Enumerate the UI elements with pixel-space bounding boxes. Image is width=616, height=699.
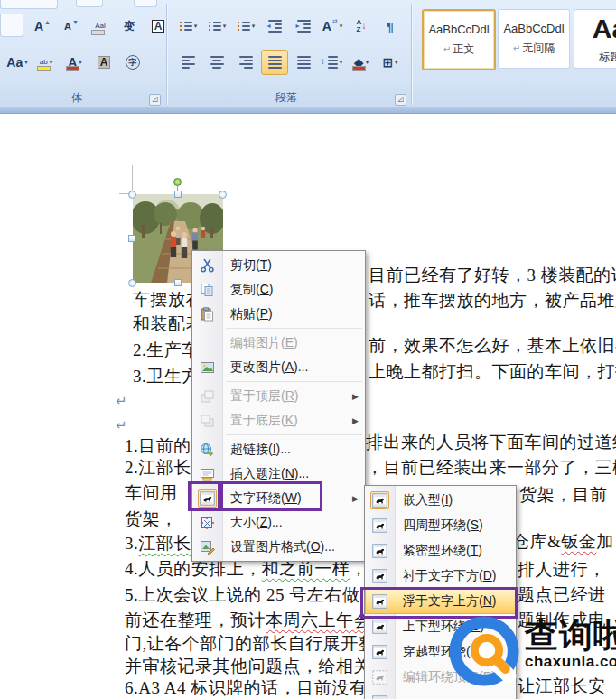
menu-item-wrap-behind-text[interactable]: 衬于文字下方(D) (365, 564, 516, 589)
dropdown-arrow-icon[interactable]: ▾ (340, 23, 343, 30)
menu-item-wrap-tight[interactable]: 紧密型环绕(T) (365, 538, 516, 564)
submenu-arrow-icon: ▶ (352, 494, 359, 503)
numbered-list-button[interactable]: ▾ (203, 14, 230, 39)
font-color-button[interactable]: A▾ (61, 50, 89, 75)
shading-color-swatch (352, 66, 366, 71)
align-right-button[interactable] (232, 50, 259, 75)
clear-formatting-button[interactable]: Aal (87, 14, 114, 39)
bullet-list-icon (179, 22, 192, 31)
sort-button[interactable]: AZ↓ (348, 14, 375, 39)
asian-layout-button[interactable]: A⇄▾ (319, 14, 346, 39)
distributed-button[interactable] (290, 50, 317, 75)
menu-item-label: 置于底层(K) (230, 413, 298, 429)
menu-item-wrap-inline[interactable]: 嵌入型(I) (365, 488, 516, 513)
increase-indent-button[interactable] (290, 14, 317, 39)
menu-item-bring-to-front[interactable]: 置于顶层(R)▶ (192, 384, 365, 408)
menu-separator (226, 434, 362, 435)
caption-icon (192, 465, 222, 483)
menu-item-change-picture[interactable]: 更改图片(A)... (192, 355, 365, 379)
group-separator (411, 4, 412, 105)
dropdown-arrow-icon[interactable]: ▾ (252, 23, 256, 30)
watermark: 查询啦 chaxunla.com (449, 616, 616, 690)
menu-item-size[interactable]: 大小(Z)... (192, 510, 365, 535)
style-no-spacing[interactable]: AaBbCcDdl↵无间隔 (498, 9, 570, 69)
dropdown-arrow-icon[interactable]: ▾ (79, 59, 82, 66)
borders-button[interactable]: ⊞▾ (377, 50, 404, 75)
menu-item-partial-item[interactable] (365, 690, 516, 699)
cut-off-control (76, 0, 103, 7)
font-dialog-launcher-icon[interactable]: ◿ (149, 94, 161, 106)
resize-handle-s[interactable] (174, 279, 182, 286)
style-normal[interactable]: AaBbCcDdl↵正文 (422, 9, 496, 70)
document-canvas[interactable]: ↵↵车摆放在和装配基2.生产车3.卫生方1.目前的2.江部长车间用货架，3.江部… (0, 114, 616, 699)
shading-button[interactable]: ◆▾ (348, 50, 375, 75)
dropdown-arrow-icon[interactable]: ▾ (223, 23, 227, 30)
resize-handle-sw[interactable] (128, 279, 136, 287)
menu-item-wrap-square[interactable]: 四周型环绕(S) (365, 513, 516, 538)
menu-item-edit-picture[interactable]: 编辑图片(E) (192, 331, 365, 355)
menu-item-wrap-in-front-of-text[interactable]: 浮于文字上方(N) (365, 589, 516, 614)
watermark-domain: chaxunla.com (525, 653, 616, 671)
character-shading-button[interactable]: A (90, 50, 117, 75)
menu-item-paste[interactable]: 粘贴(P) (192, 302, 365, 326)
menu-item-hyperlink[interactable]: 超链接(I)... (192, 437, 365, 461)
paragraph-mark-icon: ↵ (443, 44, 451, 54)
document-text-line: 排人进行， (518, 558, 606, 582)
wrap-icon (192, 489, 222, 508)
wrap-icon (365, 694, 395, 699)
resize-handle-w[interactable] (128, 235, 135, 242)
document-text-line: 排出来的人员将下面车间的过道线已 (366, 431, 616, 454)
resize-handle-nw[interactable] (128, 191, 136, 199)
format-icon (192, 538, 222, 556)
dropdown-arrow-icon[interactable]: ▾ (194, 23, 198, 30)
change-case-button[interactable]: Aa▾ (4, 50, 31, 75)
dropdown-arrow-icon[interactable]: ▾ (24, 59, 28, 66)
menu-item-label: 紧密型环绕(T) (403, 543, 482, 559)
multilevel-list-button[interactable]: ▾ (232, 14, 259, 39)
resize-handle-ne[interactable] (219, 191, 227, 199)
paste-icon (192, 305, 222, 323)
justify-button[interactable] (261, 50, 288, 75)
bullet-list-button[interactable]: ▾ (174, 14, 201, 39)
dropdown-arrow-icon[interactable]: ▾ (366, 59, 369, 66)
resize-handle-n[interactable] (174, 191, 182, 198)
decrease-indent-button[interactable] (261, 14, 288, 39)
enclose-characters-button[interactable]: 字 (119, 50, 146, 75)
decrease-indent-icon (268, 20, 282, 33)
show-formatting-marks-button[interactable]: ¶ (377, 14, 404, 39)
copy-icon (192, 281, 222, 299)
pinyin-guide-button[interactable]: 变 (116, 14, 143, 39)
menu-item-format-picture[interactable]: 设置图片格式(O)... (192, 535, 365, 559)
menu-item-copy[interactable]: 复制(C) (192, 277, 365, 302)
grow-font-button[interactable]: A▲ (29, 14, 56, 39)
align-center-icon (210, 56, 224, 69)
menu-item-cut[interactable]: 剪切(T) (192, 253, 365, 277)
style-heading[interactable]: Aa标题 (574, 9, 616, 69)
align-center-button[interactable] (203, 50, 230, 75)
document-text-line: 5.上次会议上说的 25 号左右做 (125, 583, 359, 607)
menu-item-text-wrapping[interactable]: 文字环绕(W)▶ (192, 486, 365, 510)
text-highlight-color-button[interactable]: ab▾ (33, 50, 60, 75)
rotate-handle[interactable] (173, 178, 182, 186)
font-size-combo-cutoff[interactable] (0, 14, 23, 37)
document-text-line: 2.生产车 (133, 339, 200, 362)
grow-font-badge: ▲ (44, 19, 51, 25)
style-name: 标题 (599, 50, 616, 65)
shrink-font-button[interactable]: A▼ (58, 14, 85, 39)
align-left-button[interactable] (174, 50, 201, 75)
globe-icon (192, 441, 222, 459)
dropdown-arrow-icon[interactable]: ▾ (395, 59, 398, 66)
paragraph-dialog-launcher-icon[interactable]: ◿ (395, 94, 406, 106)
document-text-line: 3.卫生方 (133, 365, 200, 388)
layers-front-icon (192, 387, 222, 405)
dropdown-arrow-icon[interactable]: ▾ (340, 59, 343, 66)
character-border-button[interactable]: A (145, 14, 172, 39)
document-text-line: 货架， (125, 508, 178, 531)
menu-item-send-to-back[interactable]: 置于底层(K)▶ (192, 408, 365, 433)
line-spacing-button[interactable]: ▾ (319, 50, 346, 75)
wrap-points-icon (365, 668, 395, 686)
dropdown-arrow-icon[interactable]: ▾ (50, 59, 53, 66)
menu-item-insert-caption[interactable]: 插入题注(N)... (192, 461, 365, 486)
wrap-icon (365, 567, 395, 585)
justify-icon (268, 56, 282, 69)
